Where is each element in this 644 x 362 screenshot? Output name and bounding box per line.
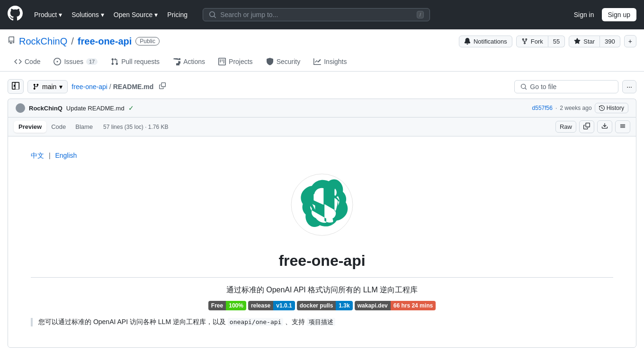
security-icon [266, 58, 274, 65]
tab-issues[interactable]: Issues 17 [47, 53, 104, 71]
notifications-button[interactable]: Notifications [459, 36, 512, 47]
branch-icon [33, 83, 39, 90]
goto-file-button[interactable]: Go to file [514, 80, 618, 93]
chevron-down-icon: ▾ [101, 11, 104, 18]
issue-icon [54, 58, 61, 65]
signup-button[interactable]: Sign up [602, 8, 636, 21]
breadcrumb-repo[interactable]: free-one-api [72, 83, 107, 90]
readme-bottom-text: 您可以通过标准的 OpenAI API 访问各种 LLM 逆向工程库，以及 on… [38, 318, 613, 326]
commit-bar: RockChinQ Update README.md ✓ d557f56 · 2… [8, 99, 636, 117]
copy-file-icon [583, 123, 590, 129]
commit-author[interactable]: RockChinQ [29, 105, 63, 112]
commit-meta: d557f56 · 2 weeks ago History [532, 103, 628, 113]
nav-solutions[interactable]: Solutions ▾ [68, 8, 108, 21]
chevron-down-icon: ▾ [59, 11, 62, 18]
badge-docker[interactable]: docker pulls 1.3k [297, 301, 353, 310]
search-area: Search or jump to... / [203, 8, 430, 21]
file-view: Preview Code Blame 57 lines (35 loc) · 1… [8, 117, 636, 348]
bell-icon [464, 38, 471, 45]
star-group: Star 390 [569, 36, 620, 47]
repo-owner[interactable]: RockChinQ [19, 36, 67, 47]
fork-button[interactable]: Fork [516, 36, 548, 47]
sidebar-icon [12, 82, 19, 90]
history-icon [599, 105, 605, 111]
search-icon [520, 83, 527, 90]
actions-icon [173, 58, 180, 65]
tab-code[interactable]: Code [8, 53, 47, 71]
repo-tab-bar: Code Issues 17 Pull requests Actions P [8, 53, 636, 71]
visibility-badge: Public [135, 37, 160, 45]
main-nav: Product ▾ Solutions ▾ Open Source ▾ Pric… [30, 8, 191, 21]
readme-title: free-one-api [31, 252, 613, 270]
github-logo[interactable] [8, 6, 23, 24]
copy-path-button[interactable] [157, 81, 168, 92]
history-button[interactable]: History [595, 103, 628, 113]
ci-status-icon[interactable]: ✓ [128, 104, 134, 112]
star-count[interactable]: 390 [600, 36, 620, 47]
commit-time: 2 weeks ago [560, 105, 591, 111]
lang-en-link[interactable]: English [55, 152, 77, 159]
file-view-tab-bar: Preview Code Blame 57 lines (35 loc) · 1… [8, 118, 636, 136]
badge-release[interactable]: release v1.0.1 [248, 301, 295, 310]
tab-preview[interactable]: Preview [14, 121, 46, 133]
search-icon [209, 11, 216, 18]
code-icon [14, 58, 22, 65]
fork-group: Fork 55 [516, 36, 565, 47]
star-icon [574, 38, 581, 45]
copy-icon [159, 82, 166, 89]
download-icon [601, 123, 608, 129]
add-button[interactable]: + [624, 35, 636, 47]
file-nav-bar: main ▾ free-one-api / README.md Go to fi… [8, 79, 636, 94]
chevron-down-icon: ▾ [154, 11, 158, 18]
nav-open-source[interactable]: Open Source ▾ [110, 8, 162, 21]
insights-icon [313, 58, 321, 65]
pr-icon [111, 58, 118, 65]
copy-file-button[interactable] [579, 120, 594, 133]
repo-name[interactable]: free-one-api [78, 36, 132, 47]
file-actions: Raw [555, 120, 630, 133]
readme-divider [31, 277, 613, 278]
badge-free[interactable]: Free 100% [208, 301, 246, 310]
star-button[interactable]: Star [569, 36, 600, 47]
more-options-button[interactable]: ··· [622, 80, 636, 93]
readme-logo-container: 🤑 [31, 172, 613, 243]
lang-switch: 中文 | English [31, 152, 613, 160]
tab-pull-requests[interactable]: Pull requests [104, 53, 166, 71]
signin-button[interactable]: Sign in [570, 9, 598, 21]
fork-icon [521, 38, 528, 45]
file-stats: 57 lines (35 loc) · 1.76 KB [103, 124, 168, 130]
nav-pricing[interactable]: Pricing [163, 8, 191, 21]
branch-dropdown-icon: ▾ [59, 83, 63, 90]
main-header: Product ▾ Solutions ▾ Open Source ▾ Pric… [0, 0, 644, 29]
tab-blame[interactable]: Blame [71, 121, 98, 133]
nav-product[interactable]: Product ▾ [30, 8, 66, 21]
repo-header: RockChinQ / free-one-api Public Notifica… [0, 29, 644, 72]
commit-message: Update README.md [66, 105, 125, 112]
panel-toggle-button[interactable] [8, 79, 24, 94]
projects-icon [218, 58, 226, 65]
commit-hash[interactable]: d557f56 [532, 105, 553, 111]
tab-projects[interactable]: Projects [212, 53, 259, 71]
branch-selector[interactable]: main ▾ [27, 80, 68, 93]
fork-count[interactable]: 55 [548, 36, 565, 47]
tab-security[interactable]: Security [259, 53, 307, 71]
svg-point-0 [18, 105, 22, 109]
file-area: main ▾ free-one-api / README.md Go to fi… [0, 72, 644, 355]
issues-badge: 17 [86, 58, 98, 65]
tab-code[interactable]: Code [46, 121, 71, 133]
raw-button[interactable]: Raw [555, 121, 576, 133]
tab-insights[interactable]: Insights [307, 53, 353, 71]
readme-blockquote: 您可以通过标准的 OpenAI API 访问各种 LLM 逆向工程库，以及 on… [31, 318, 613, 326]
readme-badges: Free 100% release v1.0.1 docker pulls 1.… [31, 301, 613, 310]
tab-actions[interactable]: Actions [166, 53, 212, 71]
lang-cn-link[interactable]: 中文 [31, 152, 44, 159]
project-highlight: 项目描述 [307, 318, 335, 326]
file-breadcrumb: free-one-api / README.md [72, 83, 153, 90]
list-icon [619, 123, 626, 129]
api-highlight: oneapi/one-api [228, 318, 284, 326]
list-view-button[interactable] [615, 120, 630, 133]
badge-wakapi[interactable]: wakapi.dev 66 hrs 24 mins [355, 301, 436, 310]
search-input[interactable]: Search or jump to... / [203, 8, 430, 21]
download-button[interactable] [597, 120, 612, 133]
readme-logo: 🤑 [286, 172, 358, 243]
